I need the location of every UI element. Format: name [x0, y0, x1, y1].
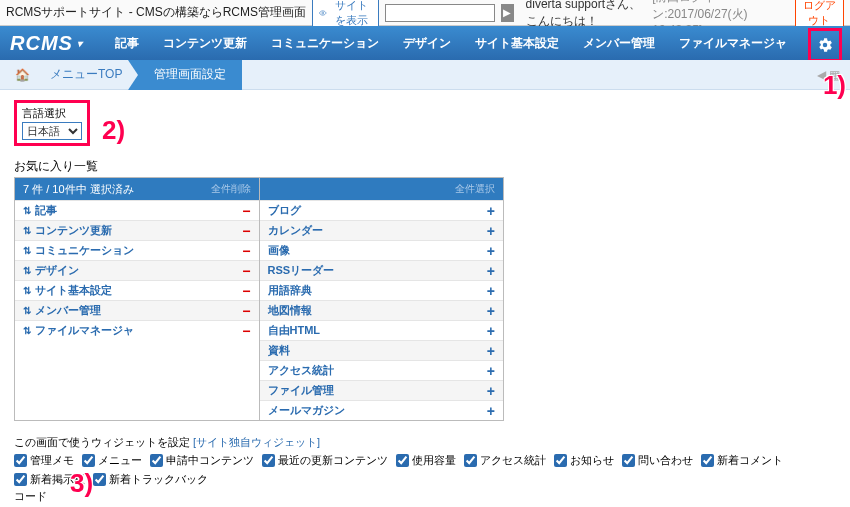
widget-check-1[interactable]: メニュー: [82, 453, 142, 468]
widget-check-3[interactable]: 最近の更新コンテンツ: [262, 453, 388, 468]
checkbox[interactable]: [93, 473, 106, 486]
add-icon[interactable]: +: [487, 283, 495, 299]
breadcrumb-menu-top[interactable]: メニューTOP: [34, 60, 138, 90]
available-label: 地図情報: [268, 303, 312, 318]
breadcrumb-tail-icon: ◀ ▦: [817, 68, 840, 82]
view-site-label: サイトを表示: [331, 0, 372, 28]
available-row[interactable]: メールマガジン+: [260, 400, 504, 420]
annotation-box-1: [808, 28, 842, 62]
available-row[interactable]: RSSリーダー+: [260, 260, 504, 280]
add-icon[interactable]: +: [487, 343, 495, 359]
checkbox[interactable]: [622, 454, 635, 467]
remove-icon[interactable]: −: [242, 203, 250, 219]
selected-row[interactable]: ⇅サイト基本設定−: [15, 280, 259, 300]
drag-icon: ⇅: [23, 325, 31, 336]
settings-button[interactable]: [812, 32, 838, 58]
search-input[interactable]: [385, 4, 495, 22]
logo[interactable]: RCMS ▾: [10, 32, 103, 55]
home-icon[interactable]: 🏠: [10, 68, 34, 82]
add-icon[interactable]: +: [487, 203, 495, 219]
remove-icon[interactable]: −: [242, 263, 250, 279]
add-icon[interactable]: +: [487, 263, 495, 279]
remove-icon[interactable]: −: [242, 243, 250, 259]
selected-row[interactable]: ⇅コミュニケーション−: [15, 240, 259, 260]
selected-row[interactable]: ⇅記事−: [15, 200, 259, 220]
widget-check-6[interactable]: お知らせ: [554, 453, 614, 468]
available-row[interactable]: 用語辞典+: [260, 280, 504, 300]
checkbox[interactable]: [464, 454, 477, 467]
eye-icon: [319, 7, 327, 19]
add-icon[interactable]: +: [487, 363, 495, 379]
nav-item-4[interactable]: サイト基本設定: [463, 35, 571, 52]
nav-items: 記事コンテンツ更新コミュニケーションデザインサイト基本設定メンバー管理ファイルマ…: [103, 35, 799, 52]
language-label: 言語選択: [22, 106, 82, 122]
add-icon[interactable]: +: [487, 303, 495, 319]
widget-check-5[interactable]: アクセス統計: [464, 453, 546, 468]
select-all-link[interactable]: 全件選択: [455, 182, 495, 196]
widget-check-0[interactable]: 管理メモ: [14, 453, 74, 468]
selected-row[interactable]: ⇅メンバー管理−: [15, 300, 259, 320]
remove-icon[interactable]: −: [242, 303, 250, 319]
nav-item-6[interactable]: ファイルマネージャ: [667, 35, 799, 52]
available-row[interactable]: ブログ+: [260, 200, 504, 220]
checkbox[interactable]: [701, 454, 714, 467]
nav-item-0[interactable]: 記事: [103, 35, 151, 52]
language-select[interactable]: 日本語: [22, 122, 82, 140]
widget-label: 新着トラックバック: [109, 472, 208, 487]
available-row[interactable]: 画像+: [260, 240, 504, 260]
widget-check-7[interactable]: 問い合わせ: [622, 453, 693, 468]
selected-label: 記事: [35, 203, 57, 218]
available-row[interactable]: 自由HTML+: [260, 320, 504, 340]
available-row[interactable]: カレンダー+: [260, 220, 504, 240]
checkbox[interactable]: [262, 454, 275, 467]
selected-label: サイト基本設定: [35, 283, 112, 298]
widget-check-4[interactable]: 使用容量: [396, 453, 456, 468]
add-icon[interactable]: +: [487, 383, 495, 399]
selected-label: ファイルマネージャ: [35, 323, 134, 338]
available-row[interactable]: 資料+: [260, 340, 504, 360]
favorites-title: お気に入り一覧: [14, 158, 836, 175]
favorites-selected-col: 7 件 / 10件中 選択済み 全件削除 ⇅記事−⇅コンテンツ更新−⇅コミュニケ…: [15, 178, 259, 420]
widget-check-2[interactable]: 申請中コンテンツ: [150, 453, 254, 468]
add-icon[interactable]: +: [487, 403, 495, 419]
available-row[interactable]: アクセス統計+: [260, 360, 504, 380]
checkbox[interactable]: [150, 454, 163, 467]
widget-check-10[interactable]: 新着トラックバック: [93, 472, 208, 487]
widget-title: この画面で使うウィジェットを設定 [サイト独自ウィジェット]: [14, 435, 836, 450]
available-row[interactable]: 地図情報+: [260, 300, 504, 320]
checkbox[interactable]: [554, 454, 567, 467]
nav-item-3[interactable]: デザイン: [391, 35, 463, 52]
selected-row[interactable]: ⇅ファイルマネージャ−: [15, 320, 259, 340]
checkbox[interactable]: [82, 454, 95, 467]
add-icon[interactable]: +: [487, 243, 495, 259]
remove-icon[interactable]: −: [242, 323, 250, 339]
available-label: ファイル管理: [268, 383, 334, 398]
available-row[interactable]: ファイル管理+: [260, 380, 504, 400]
checkbox[interactable]: [14, 454, 27, 467]
logout-label: ログアウト: [803, 0, 836, 26]
favorites-selected-header: 7 件 / 10件中 選択済み 全件削除: [15, 178, 259, 200]
widget-check-8[interactable]: 新着コメント: [701, 453, 783, 468]
site-title: RCMSサポートサイト - CMSの構築ならRCMS管理画面: [6, 4, 306, 21]
site-widget-link[interactable]: [サイト独自ウィジェット]: [193, 436, 320, 448]
available-label: 資料: [268, 343, 290, 358]
selected-row[interactable]: ⇅コンテンツ更新−: [15, 220, 259, 240]
widget-label: お知らせ: [570, 453, 614, 468]
search-button[interactable]: ▶: [501, 4, 514, 22]
delete-all-link[interactable]: 全件削除: [211, 182, 251, 196]
available-label: アクセス統計: [268, 363, 334, 378]
nav-item-5[interactable]: メンバー管理: [571, 35, 667, 52]
widget-check-9[interactable]: 新着掲示板: [14, 472, 85, 487]
remove-icon[interactable]: −: [242, 283, 250, 299]
available-label: 画像: [268, 243, 290, 258]
nav-item-1[interactable]: コンテンツ更新: [151, 35, 259, 52]
selected-row[interactable]: ⇅デザイン−: [15, 260, 259, 280]
checkbox[interactable]: [396, 454, 409, 467]
remove-icon[interactable]: −: [242, 223, 250, 239]
checkbox[interactable]: [14, 473, 27, 486]
add-icon[interactable]: +: [487, 223, 495, 239]
add-icon[interactable]: +: [487, 323, 495, 339]
nav-item-2[interactable]: コミュニケーション: [259, 35, 391, 52]
available-label: カレンダー: [268, 223, 323, 238]
favorites-available-col: 全件選択 ブログ+カレンダー+画像+RSSリーダー+用語辞典+地図情報+自由HT…: [259, 178, 504, 420]
